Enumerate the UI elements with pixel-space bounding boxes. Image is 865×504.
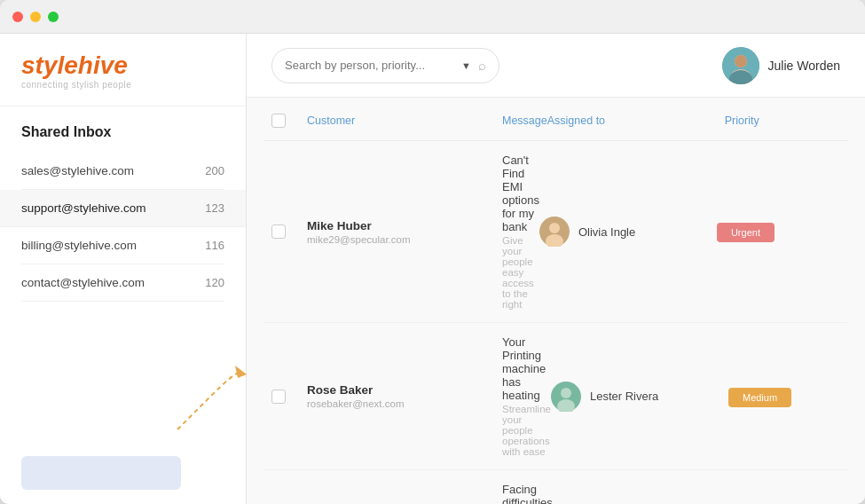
sidebar: stylehive connecting stylish people Shar… (0, 34, 247, 504)
customer-email: mike29@specular.com (307, 234, 502, 245)
assignee-name: Lester Rivera (590, 390, 658, 403)
app-body: stylehive connecting stylish people Shar… (0, 34, 865, 504)
inbox-count: 116 (205, 239, 224, 252)
row-checkbox[interactable] (271, 224, 286, 239)
message-title: Can't Find EMI options for my bank (502, 154, 539, 233)
message-preview: Streamline your people operations with e… (502, 404, 551, 457)
logo-section: stylehive connecting stylish people (0, 34, 246, 106)
select-all-checkbox[interactable] (271, 114, 286, 128)
table-row[interactable]: Rose Baker rosebaker@next.com Your Print… (264, 323, 847, 470)
col-priority: Priority (725, 114, 849, 127)
message-title: Your Printing machine has heating (502, 335, 551, 402)
main-header: ▼ ⌕ Julie Worden (247, 34, 865, 98)
inbox-list: sales@stylehive.com 200 support@stylehiv… (21, 153, 224, 302)
priority-badge: Urgent (717, 223, 775, 242)
avatar (722, 47, 759, 84)
message-cell: Can't Find EMI options for my bank Give … (502, 154, 539, 310)
customer-cell: Rose Baker rosebaker@next.com (307, 383, 502, 409)
assignee-avatar (539, 217, 570, 247)
col-assigned: Assigned to (547, 114, 725, 127)
table-header: Customer Message Assigned to Priority (264, 101, 847, 141)
main-content: ▼ ⌕ Julie Worden (247, 34, 865, 504)
table-row[interactable]: Mike Huber mike29@specular.com Can't Fin… (264, 141, 847, 323)
minimize-dot[interactable] (30, 12, 41, 22)
shared-inbox-title: Shared Inbox (21, 124, 224, 140)
table-row[interactable]: Tyler Johnson Mike29@specular.com Facing… (264, 470, 847, 504)
customer-cell: Mike Huber mike29@specular.com (307, 219, 502, 245)
row-checkbox-cell (271, 390, 307, 404)
search-icon[interactable]: ⌕ (478, 58, 486, 73)
assigned-cell: Olivia Ingle (539, 217, 717, 247)
priority-cell: Medium (728, 389, 853, 405)
customer-name: Mike Huber (307, 219, 502, 232)
inbox-email: billing@stylehive.com (21, 239, 137, 252)
col-message: Message (502, 114, 547, 127)
search-bar[interactable]: ▼ ⌕ (271, 48, 499, 83)
row-checkbox[interactable] (271, 390, 286, 404)
user-info: Julie Worden (722, 47, 840, 84)
svg-point-4 (735, 55, 747, 67)
svg-point-10 (561, 388, 571, 398)
filter-icon[interactable]: ▼ (461, 60, 471, 71)
inbox-email: support@stylehive.com (21, 201, 146, 215)
assignee-name: Olivia Ingle (578, 225, 635, 239)
inbox-count: 123 (205, 201, 224, 215)
customer-name: Rose Baker (307, 383, 502, 397)
inbox-email: contact@stylehive.com (21, 276, 145, 289)
inbox-count: 120 (205, 276, 224, 289)
col-checkbox[interactable] (271, 114, 307, 128)
inbox-item-billing[interactable]: billing@stylehive.com 116 (21, 227, 224, 264)
message-preview: Give your people easy access to the righ… (502, 235, 539, 310)
sidebar-bottom (0, 442, 246, 504)
app-subtitle: connecting stylish people (21, 80, 224, 90)
assignee-avatar (551, 382, 581, 412)
message-title: Facing difficulties while subscribing (502, 483, 561, 504)
message-cell: Facing difficulties while subscribing En… (502, 483, 561, 504)
row-checkbox-cell (271, 224, 307, 239)
message-cell: Your Printing machine has heating Stream… (502, 335, 551, 457)
assigned-cell: Lester Rivera (551, 382, 728, 412)
shared-inbox-section: Shared Inbox sales@stylehive.com 200 sup… (0, 106, 246, 311)
inbox-item-contact[interactable]: contact@stylehive.com 120 (21, 264, 224, 302)
inbox-item-support[interactable]: support@stylehive.com 123 (0, 190, 246, 227)
maximize-dot[interactable] (48, 12, 59, 22)
col-customer: Customer (307, 114, 502, 127)
svg-point-7 (549, 223, 560, 233)
app-window: stylehive connecting stylish people Shar… (0, 0, 865, 504)
close-dot[interactable] (12, 12, 23, 22)
inbox-item-sales[interactable]: sales@stylehive.com 200 (21, 153, 224, 190)
inbox-count: 200 (205, 164, 224, 177)
priority-badge: Medium (728, 388, 791, 407)
user-name: Julie Worden (768, 59, 840, 73)
app-logo: stylehive (21, 53, 224, 78)
titlebar (0, 0, 865, 34)
inbox-table: Customer Message Assigned to Priority Mi… (247, 98, 865, 504)
priority-cell: Urgent (717, 224, 841, 240)
sidebar-action-button[interactable] (21, 456, 181, 490)
customer-email: rosebaker@next.com (307, 398, 502, 409)
inbox-email: sales@stylehive.com (21, 164, 134, 177)
search-input[interactable] (285, 59, 454, 72)
